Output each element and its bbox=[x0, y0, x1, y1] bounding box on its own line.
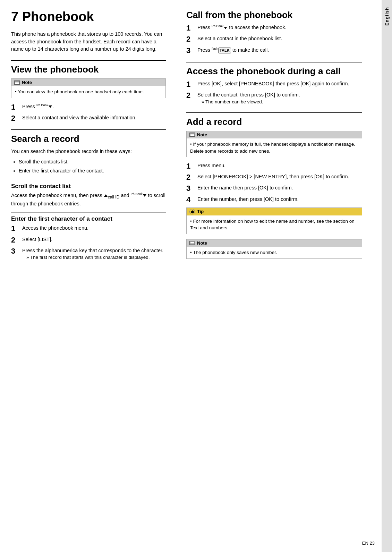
step-num-cfp-1: 1 bbox=[186, 24, 196, 32]
step-pdc-2-sub: » The number can be viewed. bbox=[202, 99, 362, 105]
step-content-fc-3: Press the alphanumerica key that corresp… bbox=[22, 247, 166, 261]
step-num-fc-3: 3 bbox=[11, 247, 21, 255]
note-text-view: You can view the phonebook on one handse… bbox=[18, 89, 144, 94]
step-num-pdc-1: 1 bbox=[186, 80, 196, 88]
step-cfp-2: 2 Select a contact in the phonebook list… bbox=[186, 35, 362, 43]
add-record-heading: Add a record bbox=[186, 112, 362, 127]
chapter-title: 7 Phonebook bbox=[11, 10, 166, 24]
note-text-add: If your phonebook memory is full, the ha… bbox=[190, 142, 355, 154]
step-fc-1: 1 Access the phonebook menu. bbox=[11, 224, 166, 233]
section-search-record: Search a record You can search the phone… bbox=[11, 129, 166, 175]
step-num-add-4: 4 bbox=[186, 196, 196, 204]
tip-text-add: For more information on how to edit the … bbox=[190, 219, 355, 231]
section-add-record: Add a record Note • If your phonebook me… bbox=[186, 112, 362, 259]
callid-sub: call ID bbox=[108, 195, 120, 199]
note-content-add: • If your phonebook memory is full, the … bbox=[187, 138, 362, 157]
step-fc-3-sub: » The first record that starts with this… bbox=[26, 254, 166, 261]
arrow-down-icon-r1 bbox=[224, 27, 227, 29]
first-char-heading: Enter the first character of a contact bbox=[11, 212, 166, 222]
note-icon-view bbox=[14, 80, 20, 85]
step-num-cfp-3: 3 bbox=[186, 46, 196, 55]
section-first-char: Enter the first character of a contact 1… bbox=[11, 212, 166, 261]
note-box-add: Note • If your phonebook memory is full,… bbox=[186, 131, 362, 157]
note-header-add: Note bbox=[187, 131, 362, 138]
side-tab-label: English bbox=[384, 7, 390, 26]
step-view-2: 2 Select a contact and view the availabl… bbox=[11, 114, 166, 122]
step-content-pdc-1: Press [OK], select [PHONEBOOK] then pres… bbox=[197, 80, 362, 88]
arrow-down-icon-1 bbox=[49, 105, 52, 108]
side-tab: English bbox=[382, 0, 392, 552]
step-num-add-2: 2 bbox=[186, 173, 196, 181]
step-cfp-1: 1 Press Ph.Book to access the phonebook. bbox=[186, 24, 362, 32]
note-content-view: • You can view the phonebook on one hand… bbox=[11, 86, 165, 98]
note-label-view: Note bbox=[22, 80, 32, 85]
step-content-add-4: Enter the number, then press [OK] to con… bbox=[197, 196, 362, 203]
note-content-add2: • The phonebook only saves new number. bbox=[187, 247, 362, 258]
arrow-up-icon bbox=[104, 194, 108, 197]
tip-header-add: ✱ Tip bbox=[187, 208, 362, 215]
step-add-2: 2 Select [PHONEBOOK] > [NEW ENTRY], then… bbox=[186, 173, 362, 181]
step-content-pdc-2: Select the contact, then press [OK] to c… bbox=[197, 91, 362, 105]
step-add-4: 4 Enter the number, then press [OK] to c… bbox=[186, 196, 362, 204]
section-view-phonebook: View the phonebook Note • You can view t… bbox=[11, 60, 166, 122]
section-call-from-phonebook: Call from the phonebook 1 Press Ph.Book … bbox=[186, 10, 362, 55]
page-footer: EN 23 bbox=[362, 541, 375, 546]
step-fc-3: 3 Press the alphanumerica key that corre… bbox=[11, 247, 166, 261]
step-pdc-2: 2 Select the contact, then press [OK] to… bbox=[186, 91, 362, 105]
section-view-heading: View the phonebook bbox=[11, 60, 166, 75]
note-label-add2: Note bbox=[197, 240, 207, 246]
arrow-down-icon-2 bbox=[143, 194, 146, 197]
search-bullets: Scroll the contacts list. Enter the firs… bbox=[11, 158, 166, 175]
step-view-1: 1 Press Ph.Book. bbox=[11, 103, 166, 111]
search-bullet-1: Scroll the contacts list. bbox=[19, 158, 166, 166]
phbook-sup-1: Ph.Book bbox=[36, 103, 48, 107]
intro-text: This phone has a phonebook that stores u… bbox=[11, 31, 166, 53]
step-content-fc-1: Access the phonebook menu. bbox=[22, 224, 166, 232]
note-icon-add2 bbox=[189, 241, 195, 245]
step-fc-2: 2 Select [LIST]. bbox=[11, 236, 166, 244]
step-content-add-2: Select [PHONEBOOK] > [NEW ENTRY], then p… bbox=[197, 173, 362, 181]
note-label-add: Note bbox=[197, 132, 207, 137]
flash-sup: flash bbox=[212, 47, 218, 50]
step-content-cfp-1: Press Ph.Book to access the phonebook. bbox=[197, 24, 362, 32]
talk-key: TALK bbox=[218, 48, 231, 53]
step-content-add-1: Press menu. bbox=[197, 162, 362, 170]
step-add-1: 1 Press menu. bbox=[186, 162, 362, 170]
note-icon-add bbox=[189, 133, 195, 137]
note-header-add2: Note bbox=[187, 239, 362, 247]
step-content-add-3: Enter the name then press [OK] to confir… bbox=[197, 184, 362, 192]
left-column: 7 Phonebook This phone has a phonebook t… bbox=[0, 0, 175, 552]
note-header-view: Note bbox=[11, 79, 165, 86]
tip-label-add: Tip bbox=[197, 209, 204, 214]
phbook-sup-r1: Ph.Book bbox=[212, 24, 223, 28]
step-content-cfp-2: Select a contact in the phonebook list. bbox=[197, 35, 362, 43]
step-num-add-1: 1 bbox=[186, 162, 196, 170]
section-phonebook-during-call: Access the phonebook during a call 1 Pre… bbox=[186, 62, 362, 105]
call-phonebook-heading: Call from the phonebook bbox=[186, 10, 362, 20]
search-body: You can search the phonebook records in … bbox=[11, 148, 166, 155]
note-box-view: Note • You can view the phonebook on one… bbox=[11, 78, 166, 98]
scroll-list-body: Access the phonebook menu, then press ca… bbox=[11, 192, 166, 208]
step-cfp-3: 3 Press flashTALK to make the call. bbox=[186, 46, 362, 55]
step-num-add-3: 3 bbox=[186, 184, 196, 193]
step-num-fc-1: 1 bbox=[11, 224, 21, 233]
step-fc-3-text: Press the alphanumerica key that corresp… bbox=[22, 248, 163, 253]
tip-box-add: ✱ Tip • For more information on how to e… bbox=[186, 207, 362, 234]
phbook-sup-2: Ph.Book bbox=[131, 192, 143, 196]
tip-content-add: • For more information on how to edit th… bbox=[187, 215, 362, 234]
step-num-cfp-2: 2 bbox=[186, 35, 196, 43]
step-num-view-1: 1 bbox=[11, 103, 21, 111]
step-content-view-2: Select a contact and view the available … bbox=[22, 114, 166, 122]
note-text-add2: The phonebook only saves new number. bbox=[193, 250, 277, 255]
section-search-heading: Search a record bbox=[11, 129, 166, 144]
step-pdc-1: 1 Press [OK], select [PHONEBOOK] then pr… bbox=[186, 80, 362, 88]
step-content-view-1: Press Ph.Book. bbox=[22, 103, 166, 111]
right-column: Call from the phonebook 1 Press Ph.Book … bbox=[175, 0, 371, 552]
scroll-list-heading: Scroll the contact list bbox=[11, 180, 166, 190]
tip-icon-add: ✱ bbox=[189, 209, 195, 214]
step-add-3: 3 Enter the name then press [OK] to conf… bbox=[186, 184, 362, 193]
chapter-title-text: 7 Phonebook bbox=[11, 9, 94, 24]
step-num-pdc-2: 2 bbox=[186, 91, 196, 100]
step-content-cfp-3: Press flashTALK to make the call. bbox=[197, 46, 362, 54]
step-pdc-2-text: Select the contact, then press [OK] to c… bbox=[197, 92, 300, 97]
